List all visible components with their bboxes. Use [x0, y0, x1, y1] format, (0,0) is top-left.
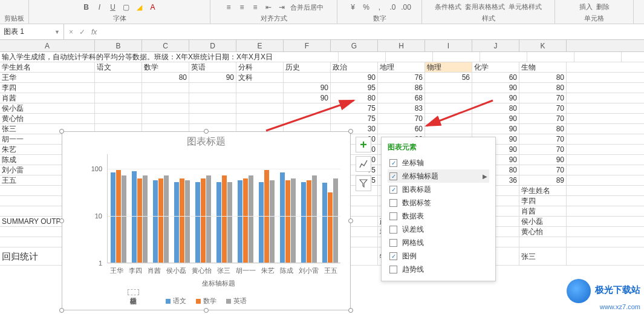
cell[interactable]: 90	[284, 93, 331, 103]
table-row[interactable]: 输入学生成绩，自动统计学科的平均分等数据。班级：X年X班统计日期：X年X月X日	[0, 52, 644, 62]
cell[interactable]: 90	[189, 73, 236, 82]
popup-item[interactable]: 数据标签	[388, 196, 489, 209]
cell[interactable]: 75	[331, 103, 378, 113]
col-header-J[interactable]: J	[472, 40, 519, 51]
cell[interactable]	[433, 52, 480, 62]
bar[interactable]	[259, 182, 264, 263]
cell[interactable]: 80	[519, 124, 567, 134]
legend-item[interactable]: 语文	[166, 296, 186, 306]
table-row[interactable]: 肖茜9080689070	[0, 93, 644, 103]
cell[interactable]: 生物	[519, 62, 567, 72]
cell[interactable]: 90	[472, 114, 519, 123]
col-header-G[interactable]: G	[331, 40, 378, 51]
cell[interactable]: 90	[284, 83, 331, 93]
popup-item[interactable]: 趋势线	[388, 263, 489, 276]
col-header-D[interactable]: D	[189, 40, 236, 51]
cell-style-button[interactable]: 单元格样式	[509, 2, 542, 11]
bar[interactable]	[312, 175, 317, 263]
bar[interactable]	[238, 180, 242, 263]
italic-button[interactable]: I	[95, 2, 105, 12]
cell[interactable]: 政治	[331, 62, 378, 72]
cell[interactable]: 80	[331, 93, 378, 103]
checkbox-icon[interactable]	[389, 199, 397, 207]
table-row[interactable]: 李四9095869080	[0, 83, 644, 93]
checkbox-icon[interactable]: ✓	[389, 186, 397, 194]
cell[interactable]: 80	[519, 73, 567, 82]
cancel-formula-icon[interactable]: ×	[69, 28, 73, 36]
checkbox-icon[interactable]	[389, 266, 397, 273]
table-format-button[interactable]: 套用表格格式	[465, 2, 505, 11]
cell[interactable]: 90	[472, 83, 519, 93]
bar[interactable]	[243, 178, 248, 263]
chart-filter-button[interactable]	[356, 175, 371, 191]
name-box[interactable]: 图表 1 ▼	[0, 24, 64, 39]
name-box-dropdown-icon[interactable]: ▼	[54, 29, 60, 35]
legend-item[interactable]: 数学	[196, 296, 216, 306]
cell[interactable]	[189, 114, 236, 123]
cell[interactable]	[142, 114, 189, 123]
cell[interactable]	[95, 83, 142, 93]
chart-styles-button[interactable]	[356, 156, 371, 172]
cell[interactable]: 70	[519, 134, 567, 144]
cell[interactable]	[425, 124, 472, 134]
bar[interactable]	[137, 178, 142, 263]
bar[interactable]	[227, 182, 232, 263]
y-axis-title[interactable]: 坐标轴标题	[128, 289, 139, 295]
cell[interactable]	[284, 73, 331, 82]
popup-item[interactable]: ✓坐标轴标题▶	[388, 169, 489, 183]
col-header-C[interactable]: C	[142, 40, 189, 51]
cell[interactable]: 分科	[236, 62, 284, 72]
col-header-B[interactable]: B	[95, 40, 142, 51]
cell[interactable]: 70	[519, 145, 567, 154]
bar[interactable]	[249, 175, 253, 263]
insert-button[interactable]: 插入	[579, 2, 593, 11]
cell[interactable]	[95, 103, 142, 113]
cell[interactable]: 80	[519, 83, 567, 93]
popup-item[interactable]: ✓图例	[388, 249, 489, 263]
border-icon[interactable]: ▢	[122, 2, 131, 12]
fx-icon[interactable]: fx	[91, 28, 97, 36]
fill-color-icon[interactable]: ◢	[135, 2, 145, 12]
bar[interactable]	[206, 175, 211, 263]
font-color-icon[interactable]: A	[148, 2, 158, 12]
col-header-K[interactable]: K	[519, 40, 567, 51]
legend-item[interactable]: 英语	[226, 296, 247, 306]
delete-button[interactable]: 删除	[596, 2, 610, 11]
popup-item[interactable]: 误差线	[388, 223, 489, 236]
cell[interactable]: 90	[331, 73, 378, 82]
confirm-formula-icon[interactable]: ✓	[79, 28, 85, 36]
bar[interactable]	[222, 175, 227, 263]
bar[interactable]	[164, 175, 169, 263]
cell[interactable]: 56	[425, 73, 472, 82]
cell[interactable]: 68	[378, 93, 425, 103]
chart-legend[interactable]: 语文数学英语	[62, 296, 350, 306]
cell[interactable]	[236, 83, 284, 93]
dec-dec-icon[interactable]: .00	[402, 2, 411, 12]
cell[interactable]	[519, 237, 567, 247]
cell[interactable]: 李四	[0, 83, 95, 93]
cell[interactable]: 学生姓名	[519, 186, 567, 195]
spreadsheet-grid[interactable]: ABCDEFGHIJK 输入学生成绩，自动统计学科的平均分等数据。班级：X年X班…	[0, 40, 644, 266]
cell[interactable]	[425, 83, 472, 93]
bar[interactable]	[280, 172, 285, 263]
bar[interactable]	[291, 178, 296, 263]
cell[interactable]	[95, 114, 142, 123]
cell[interactable]	[189, 93, 236, 103]
cell[interactable]: 60	[378, 124, 425, 134]
bar[interactable]	[132, 171, 137, 263]
col-header-A[interactable]: A	[0, 40, 95, 51]
table-row[interactable]: 黄心怡75709070	[0, 114, 644, 124]
cell[interactable]: 地理	[378, 62, 425, 72]
popup-item[interactable]: 网格线	[388, 236, 489, 249]
align-right-icon[interactable]: ≡	[250, 2, 260, 12]
cell[interactable]	[142, 103, 189, 113]
cell[interactable]: 70	[519, 103, 567, 113]
bar[interactable]	[122, 175, 126, 263]
align-left-icon[interactable]: ≡	[224, 2, 233, 12]
bar[interactable]	[201, 178, 206, 263]
cell[interactable]: 英语	[189, 62, 236, 72]
cell[interactable]	[189, 83, 236, 93]
checkbox-icon[interactable]: ✓	[389, 172, 397, 180]
cell[interactable]: 肖茜	[0, 93, 95, 103]
dec-inc-icon[interactable]: .0	[388, 2, 398, 12]
